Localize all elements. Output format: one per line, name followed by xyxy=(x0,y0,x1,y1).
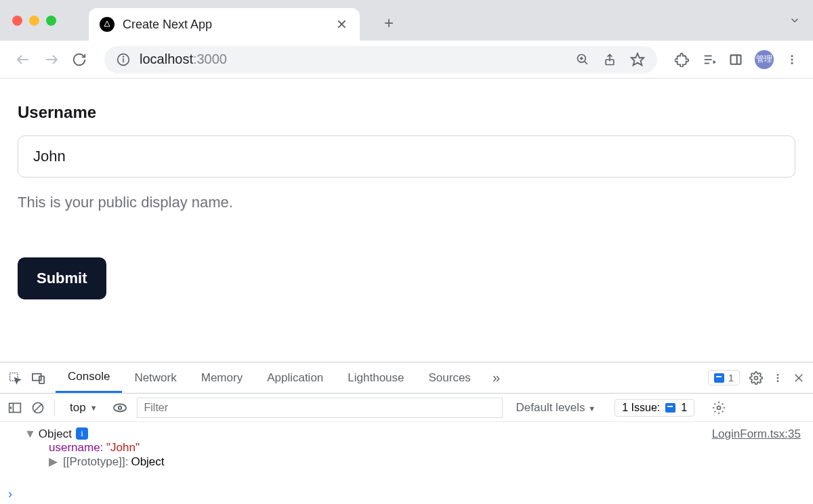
devtools-settings-icon[interactable] xyxy=(749,371,763,385)
close-window-button[interactable] xyxy=(12,16,22,26)
message-icon xyxy=(714,373,724,383)
console-message-badge[interactable]: 1 xyxy=(708,370,740,385)
execution-context-selector[interactable]: top ▼ xyxy=(64,400,103,416)
live-expression-icon[interactable] xyxy=(112,402,127,413)
url-text: localhost:3000 xyxy=(140,51,227,67)
svg-point-16 xyxy=(791,55,793,57)
window-controls xyxy=(12,16,56,26)
svg-marker-10 xyxy=(631,53,644,64)
username-label: Username xyxy=(18,103,795,122)
username-input[interactable] xyxy=(18,135,795,177)
url-host: localhost xyxy=(140,51,193,66)
svg-point-23 xyxy=(777,374,779,376)
svg-point-25 xyxy=(777,380,779,382)
svg-point-34 xyxy=(717,406,721,409)
tab-application[interactable]: Application xyxy=(255,362,335,393)
username-help-text: This is your public display name. xyxy=(18,194,795,211)
nextjs-favicon xyxy=(100,17,114,32)
log-source-link[interactable]: LoginForm.tsx:35 xyxy=(712,427,801,441)
menu-icon[interactable] xyxy=(786,54,798,66)
devtools-panel: Console Network Memory Application Light… xyxy=(0,362,813,504)
devtools-close-icon[interactable] xyxy=(793,372,805,384)
expand-toggle-icon[interactable]: ▼ xyxy=(24,427,36,441)
svg-point-18 xyxy=(791,62,793,64)
share-icon[interactable] xyxy=(603,53,617,66)
reload-button[interactable] xyxy=(72,52,87,67)
zoom-icon[interactable] xyxy=(576,53,589,66)
log-levels-selector[interactable]: Default levels ▼ xyxy=(516,401,596,415)
devtools-menu-icon[interactable] xyxy=(772,373,783,383)
extensions-icon[interactable] xyxy=(675,52,690,67)
site-info-icon[interactable] xyxy=(117,53,130,66)
side-panel-icon[interactable] xyxy=(729,53,743,66)
svg-point-22 xyxy=(755,376,758,379)
svg-rect-14 xyxy=(731,55,741,64)
log-value: "John" xyxy=(106,441,140,454)
console-filter-input[interactable] xyxy=(137,398,503,418)
back-button[interactable] xyxy=(15,51,31,68)
tab-network[interactable]: Network xyxy=(122,362,188,393)
reading-list-icon[interactable] xyxy=(702,52,717,67)
issues-badge[interactable]: 1 Issue:1 xyxy=(614,399,694,417)
svg-point-33 xyxy=(118,406,121,409)
inspect-element-icon[interactable] xyxy=(8,371,22,385)
console-prompt-icon[interactable]: › xyxy=(8,487,12,501)
svg-line-6 xyxy=(585,61,587,64)
tab-console[interactable]: Console xyxy=(56,362,122,393)
maximize-window-button[interactable] xyxy=(46,16,56,26)
svg-point-4 xyxy=(123,56,124,57)
svg-line-31 xyxy=(35,404,41,411)
browser-toolbar: localhost:3000 管理 xyxy=(0,41,813,79)
bookmark-icon[interactable] xyxy=(630,52,645,67)
tab-overflow-icon[interactable] xyxy=(789,14,801,26)
object-label: Object xyxy=(39,427,72,441)
tab-title: Create Next App xyxy=(123,18,328,32)
page-content: Username This is your public display nam… xyxy=(0,79,813,362)
profile-avatar[interactable]: 管理 xyxy=(755,50,774,69)
browser-tab[interactable]: Create Next App ✕ xyxy=(89,8,360,41)
close-tab-icon[interactable]: ✕ xyxy=(336,16,348,33)
svg-point-32 xyxy=(113,404,125,411)
prototype-value: Object xyxy=(131,455,164,469)
console-output: ▼ Object i LoginForm.tsx:35 username: "J… xyxy=(0,422,813,504)
clear-console-icon[interactable] xyxy=(31,401,45,415)
more-tabs-icon[interactable]: » xyxy=(483,370,509,385)
console-filter-bar: top ▼ Default levels ▼ 1 Issue:1 xyxy=(0,394,813,422)
tab-lighthouse[interactable]: Lighthouse xyxy=(335,362,416,393)
minimize-window-button[interactable] xyxy=(29,16,39,26)
devtools-tabs: Console Network Memory Application Light… xyxy=(0,362,813,394)
prototype-key: [[Prototype]]: xyxy=(63,455,128,469)
expand-toggle-icon[interactable]: ▶ xyxy=(49,455,58,469)
info-icon[interactable]: i xyxy=(76,427,88,440)
svg-point-17 xyxy=(791,58,793,60)
url-port: :3000 xyxy=(193,51,227,66)
browser-tab-strip: Create Next App ✕ + xyxy=(0,0,813,41)
submit-button[interactable]: Submit xyxy=(18,257,106,299)
address-bar[interactable]: localhost:3000 xyxy=(104,46,657,73)
console-sidebar-toggle-icon[interactable] xyxy=(8,402,22,414)
tab-memory[interactable]: Memory xyxy=(189,362,255,393)
console-settings-icon[interactable] xyxy=(712,401,726,415)
svg-point-24 xyxy=(777,377,779,379)
device-toolbar-icon[interactable] xyxy=(31,372,46,384)
issue-icon xyxy=(665,403,675,413)
forward-button[interactable] xyxy=(43,51,60,68)
new-tab-button[interactable]: + xyxy=(379,13,399,33)
tab-sources[interactable]: Sources xyxy=(417,362,483,393)
log-key: username: xyxy=(49,441,106,454)
